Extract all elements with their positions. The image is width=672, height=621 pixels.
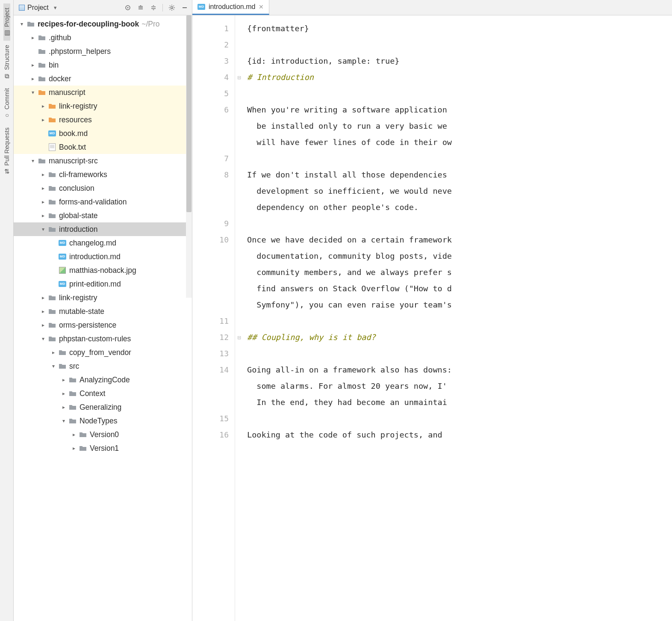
tree-item-context[interactable]: ▸ Context: [14, 387, 192, 400]
editor-tab-bar: MD introduction.md ✕: [192, 0, 672, 15]
gear-icon[interactable]: [168, 4, 176, 12]
fold-marker-icon[interactable]: ⊟: [235, 329, 243, 346]
tree-item-src[interactable]: ▾ src: [14, 359, 192, 373]
chevron-down-icon[interactable]: ▾: [30, 89, 36, 95]
line-number: 11: [192, 313, 229, 329]
chevron-right-icon[interactable]: ▸: [61, 390, 67, 396]
tree-item-link-registry2[interactable]: ▸ link-registry: [14, 291, 192, 305]
tree-item-phpstorm-helpers[interactable]: ▸ .phpstorm_helpers: [14, 44, 192, 58]
folder-icon: [58, 349, 67, 356]
tree-item-docker[interactable]: ▸ docker: [14, 72, 192, 86]
tree-item-forms-validation[interactable]: ▸ forms-and-validation: [14, 195, 192, 209]
chevron-right-icon[interactable]: ▸: [40, 308, 46, 314]
tree-item-global-state[interactable]: ▸ global-state: [14, 209, 192, 222]
chevron-down-icon[interactable]: ▾: [19, 21, 25, 27]
svg-point-1: [127, 7, 129, 8]
tree-item-bin[interactable]: ▸ bin: [14, 58, 192, 72]
chevron-right-icon[interactable]: ▸: [71, 445, 77, 451]
chevron-down-icon[interactable]: ▾: [40, 226, 46, 232]
folder-icon: [38, 157, 46, 165]
tree-scrollbar-thumb[interactable]: [186, 15, 192, 212]
chevron-down-icon[interactable]: ▾: [40, 336, 46, 342]
folder-icon: [48, 102, 56, 110]
chevron-right-icon[interactable]: ▸: [71, 432, 77, 438]
project-tool-icon: ▤: [3, 30, 10, 36]
chevron-right-icon[interactable]: ▸: [40, 172, 46, 177]
tree-item-cli-frameworks[interactable]: ▸ cli-frameworks: [14, 168, 192, 181]
fold-marker-icon[interactable]: ⊟: [235, 69, 243, 86]
chevron-right-icon[interactable]: ▸: [30, 62, 36, 68]
chevron-right-icon[interactable]: ▸: [40, 117, 46, 123]
folder-icon: [48, 321, 56, 329]
chevron-right-icon[interactable]: ▸: [40, 213, 46, 219]
code-line: {id: introduction, sample: true}: [247, 56, 399, 65]
tree-node-label: phpstan-custom-rules: [59, 334, 131, 343]
minimize-icon[interactable]: [181, 4, 189, 12]
tree-node-label: link-registry: [59, 293, 97, 302]
line-number: 5: [192, 86, 229, 102]
tree-item-phpstan-rules[interactable]: ▾ phpstan-custom-rules: [14, 332, 192, 346]
chevron-right-icon[interactable]: ▸: [61, 377, 67, 383]
tree-item-book-md[interactable]: ▸ MD book.md: [14, 127, 192, 140]
tree-item-introduction-md[interactable]: ▸ MD introduction.md: [14, 250, 192, 263]
line-number: 15: [192, 411, 229, 427]
tree-node-path: ~/Pro: [141, 20, 159, 29]
markdown-icon: MD: [48, 130, 56, 137]
tool-strip-project[interactable]: ▤ Project: [3, 3, 10, 41]
tree-item-mutable-state[interactable]: ▸ mutable-state: [14, 305, 192, 318]
tree-item-generalizing[interactable]: ▸ Generalizing: [14, 400, 192, 414]
chevron-down-icon[interactable]: ▾: [50, 363, 56, 369]
chevron-down-icon[interactable]: ▾: [61, 418, 67, 424]
tree-item-matthias-jpg[interactable]: ▸ matthias-noback.jpg: [14, 263, 192, 277]
select-opened-file-icon[interactable]: [124, 4, 132, 12]
tree-item-manuscript[interactable]: ▾ manuscript: [14, 86, 192, 99]
close-icon[interactable]: ✕: [259, 3, 264, 10]
chevron-right-icon[interactable]: ▸: [40, 295, 46, 301]
line-number: 9: [192, 216, 229, 232]
tree-item-node-types[interactable]: ▾ NodeTypes: [14, 414, 192, 428]
tree-item-version0[interactable]: ▸ Version0: [14, 428, 192, 441]
chevron-right-icon[interactable]: ▸: [40, 185, 46, 191]
folder-icon: [68, 376, 77, 384]
expand-all-icon[interactable]: [137, 4, 144, 12]
tool-strip-structure[interactable]: ⧉ Structure: [3, 41, 10, 84]
project-tree[interactable]: ▾ recipes-for-decoupling-book ~/Pro ▸ .g…: [14, 15, 192, 621]
chevron-right-icon[interactable]: ▸: [30, 76, 36, 82]
chevron-down-icon[interactable]: ▾: [30, 158, 36, 164]
tree-item-link-registry[interactable]: ▸ link-registry: [14, 99, 192, 113]
chevron-right-icon[interactable]: ▸: [40, 199, 46, 205]
fold-column: ⊟ ⊟: [235, 15, 243, 621]
tree-item-github[interactable]: ▸ .github: [14, 31, 192, 44]
tree-item-manuscript-src[interactable]: ▾ manuscript-src: [14, 154, 192, 168]
tree-item-resources[interactable]: ▸ resources: [14, 113, 192, 127]
tree-item-changelog-md[interactable]: ▸ MD changelog.md: [14, 236, 192, 250]
editor-content[interactable]: {frontmatter} {id: introduction, sample:…: [243, 15, 672, 621]
tree-node-label: cli-frameworks: [59, 170, 107, 179]
tree-item-print-edition-md[interactable]: ▸ MD print-edition.md: [14, 277, 192, 291]
collapse-all-icon[interactable]: [150, 4, 157, 12]
tool-strip-commit[interactable]: ○ Commit: [3, 84, 10, 123]
chevron-right-icon[interactable]: ▸: [30, 35, 36, 41]
tree-item-copy-from-vendor[interactable]: ▸ copy_from_vendor: [14, 346, 192, 359]
tree-node-label: link-registry: [59, 102, 97, 111]
chevron-right-icon[interactable]: ▸: [40, 322, 46, 328]
tree-item-book-txt[interactable]: ▸ Book.txt: [14, 140, 192, 154]
chevron-right-icon[interactable]: ▸: [50, 349, 56, 355]
chevron-right-icon[interactable]: ▸: [61, 404, 67, 410]
tree-item-analyzing-code[interactable]: ▸ AnalyzingCode: [14, 373, 192, 387]
tree-scrollbar[interactable]: [186, 15, 192, 298]
tool-strip-pull-requests[interactable]: ⇅ Pull Requests: [3, 123, 10, 179]
line-number: 7: [192, 151, 229, 167]
chevron-right-icon[interactable]: ▸: [40, 103, 46, 109]
tree-item-introduction[interactable]: ▾ introduction: [14, 222, 192, 236]
tree-root[interactable]: ▾ recipes-for-decoupling-book ~/Pro: [14, 17, 192, 31]
project-selector[interactable]: Project ▼: [19, 4, 121, 12]
editor-tab-introduction[interactable]: MD introduction.md ✕: [192, 0, 269, 15]
tree-node-label: Book.txt: [59, 143, 86, 152]
tree-node-label: Version0: [90, 430, 119, 439]
tree-item-conclusion[interactable]: ▸ conclusion: [14, 181, 192, 195]
folder-icon: [48, 294, 56, 302]
tree-item-orms-persistence[interactable]: ▸ orms-persistence: [14, 318, 192, 332]
editor-tab-label: introduction.md: [209, 3, 255, 11]
tree-item-version1[interactable]: ▸ Version1: [14, 441, 192, 455]
